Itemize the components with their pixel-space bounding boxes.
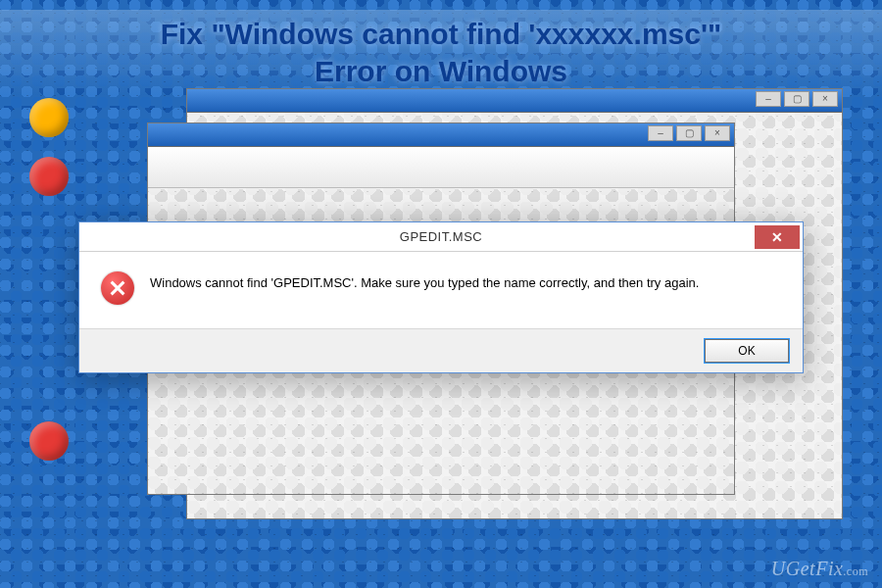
desktop-shortcut-icon xyxy=(29,157,69,196)
ok-button[interactable]: OK xyxy=(705,339,789,363)
desktop-shortcut-icon xyxy=(29,421,69,461)
maximize-icon: ▢ xyxy=(784,91,809,107)
dialog-message: Windows cannot find 'GPEDIT.MSC'. Make s… xyxy=(150,271,699,305)
dialog-body: Windows cannot find 'GPEDIT.MSC'. Make s… xyxy=(79,252,803,328)
dialog-title: GPEDIT.MSC xyxy=(79,229,803,244)
maximize-icon: ▢ xyxy=(676,125,702,141)
close-icon: ✕ xyxy=(771,229,783,245)
desktop-shortcut-icon xyxy=(29,98,69,137)
error-dialog: GPEDIT.MSC ✕ Windows cannot find 'GPEDIT… xyxy=(78,221,804,373)
minimize-icon: – xyxy=(756,91,781,107)
dialog-titlebar: GPEDIT.MSC ✕ xyxy=(79,222,803,252)
background-window-titlebar: – ▢ × xyxy=(148,123,734,147)
background-window-toolbar xyxy=(148,147,734,188)
minimize-icon: – xyxy=(648,125,673,141)
close-icon: × xyxy=(812,91,838,107)
dialog-footer: OK xyxy=(79,328,803,372)
close-button[interactable]: ✕ xyxy=(755,225,800,249)
close-icon: × xyxy=(705,125,730,141)
background-window-titlebar: – ▢ × xyxy=(187,89,842,113)
error-icon xyxy=(101,271,134,305)
